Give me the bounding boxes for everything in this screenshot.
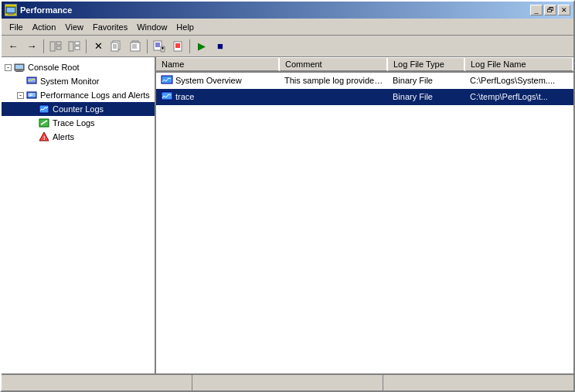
copy-icon [111, 40, 123, 53]
cell-name-text-1: trace [175, 92, 194, 101]
statusbar-pane-2 [192, 375, 383, 390]
col-header-log-file-name[interactable]: Log File Name [465, 57, 573, 71]
svg-rect-32 [15, 65, 23, 69]
close-button[interactable]: ✕ [558, 5, 570, 15]
delete-button[interactable]: ✕ [90, 38, 107, 55]
menu-help[interactable]: Help [172, 21, 199, 33]
cell-log-name-1: C:\temp\PerfLogs\t... [465, 90, 573, 103]
svg-rect-8 [75, 42, 80, 45]
cell-name-0: System Overview [156, 73, 280, 88]
play-button[interactable]: ▶ [193, 38, 210, 55]
tree-label-trace-logs: Trace Logs [53, 118, 95, 128]
tree-label-counter-logs: Counter Logs [53, 104, 104, 114]
cell-log-type-1: Binary File [388, 90, 465, 103]
svg-rect-4 [50, 42, 55, 51]
titlebar-buttons: _ 🗗 ✕ [530, 5, 570, 15]
alerts-icon: ! [38, 131, 50, 143]
toolbar-sep-3 [147, 39, 148, 53]
list-row[interactable]: trace Binary File C:\temp\PerfLogs\t... [156, 89, 573, 105]
forward-icon: → [27, 41, 37, 51]
titlebar: Performance _ 🗗 ✕ [2, 2, 573, 19]
new-log-icon [153, 40, 165, 53]
tree-icon-2 [68, 40, 80, 53]
forward-button[interactable]: → [23, 38, 40, 55]
list-body: System Overview This sample log provides… [156, 73, 573, 373]
tree-label-system-monitor: System Monitor [40, 77, 99, 86]
cell-name-1: trace [156, 89, 280, 104]
cell-log-name-0: C:\PerfLogs\System.... [465, 74, 573, 87]
show-tree-icon [49, 40, 62, 53]
window-title: Performance [20, 5, 72, 15]
row-icon-0 [161, 74, 173, 87]
menu-favorites[interactable]: Favorites [88, 21, 132, 33]
statusbar-pane-3 [383, 375, 573, 390]
delete-icon: ✕ [94, 41, 103, 51]
menu-action[interactable]: Action [28, 21, 61, 33]
show-tree-button[interactable] [47, 38, 64, 55]
col-header-comment[interactable]: Comment [280, 57, 388, 71]
main-area: - Console Root [2, 57, 573, 373]
cell-log-type-0: Binary File [388, 74, 465, 87]
list-header: Name Comment Log File Type Log File Name [156, 57, 573, 73]
paste-icon [129, 40, 141, 53]
svg-rect-7 [69, 42, 73, 51]
cell-name-text-0: System Overview [175, 76, 242, 85]
row-icon-1 [161, 90, 173, 103]
svg-rect-5 [56, 42, 61, 45]
main-window: Performance _ 🗗 ✕ File Action View Favor… [0, 0, 575, 392]
stop-button[interactable]: ■ [212, 38, 229, 55]
menubar: File Action View Favorites Window Help [2, 19, 573, 36]
svg-rect-3 [8, 14, 14, 15]
tree-label-perf-logs: Performance Logs and Alerts [40, 90, 150, 100]
menu-file[interactable]: File [5, 21, 28, 33]
tree-button-2[interactable] [66, 38, 83, 55]
menu-view[interactable]: View [60, 21, 88, 33]
statusbar-pane-1 [2, 375, 192, 390]
cell-comment-1 [280, 95, 388, 98]
play-icon: ▶ [198, 41, 206, 51]
restore-button[interactable]: 🗗 [544, 5, 556, 15]
titlebar-left: Performance [5, 4, 72, 16]
expand-perf-logs[interactable]: - [17, 92, 24, 99]
svg-text:P: P [29, 93, 32, 97]
trace-logs-icon [38, 117, 50, 129]
menu-window[interactable]: Window [132, 21, 172, 33]
statusbar [2, 373, 573, 390]
tree-item-counter-logs[interactable]: Counter Logs [2, 102, 155, 116]
stop-icon: ■ [217, 41, 223, 51]
clear-button[interactable] [169, 38, 186, 55]
console-root-icon [13, 61, 26, 73]
new-log-button[interactable] [151, 38, 168, 55]
system-monitor-icon [26, 75, 38, 87]
counter-logs-icon [38, 103, 50, 115]
list-panel: Name Comment Log File Type Log File Name [156, 57, 573, 373]
svg-rect-1 [7, 8, 15, 12]
cell-comment-0: This sample log provides an overview of.… [280, 74, 388, 87]
back-icon: ← [9, 41, 19, 51]
tree-item-trace-logs[interactable]: Trace Logs [2, 116, 155, 130]
tree-item-system-monitor[interactable]: System Monitor [2, 74, 155, 88]
list-row[interactable]: System Overview This sample log provides… [156, 73, 573, 89]
toolbar-sep-4 [189, 39, 190, 53]
tree-item-alerts[interactable]: ! Alerts [2, 130, 155, 144]
svg-rect-34 [15, 71, 23, 72]
expand-console-root[interactable]: - [5, 64, 12, 71]
tree-item-console-root[interactable]: - Console Root [2, 60, 155, 74]
window-icon [5, 4, 17, 16]
toolbar-sep-1 [43, 39, 44, 53]
clear-icon [172, 40, 184, 53]
perf-logs-icon: P [26, 89, 38, 101]
svg-rect-27 [174, 42, 182, 51]
back-button[interactable]: ← [5, 38, 22, 55]
col-header-log-file-type[interactable]: Log File Type [388, 57, 465, 71]
col-header-name[interactable]: Name [156, 57, 280, 71]
toolbar-sep-2 [86, 39, 87, 53]
paste-button[interactable] [127, 38, 144, 55]
tree-label-alerts: Alerts [53, 132, 74, 141]
svg-rect-6 [56, 46, 61, 49]
tree-item-perf-logs[interactable]: - P Performance Logs and Alerts [2, 88, 155, 102]
svg-text:!: ! [43, 135, 46, 141]
copy-button[interactable] [108, 38, 125, 55]
toolbar: ← → ✕ [2, 36, 573, 57]
minimize-button[interactable]: _ [530, 5, 543, 15]
